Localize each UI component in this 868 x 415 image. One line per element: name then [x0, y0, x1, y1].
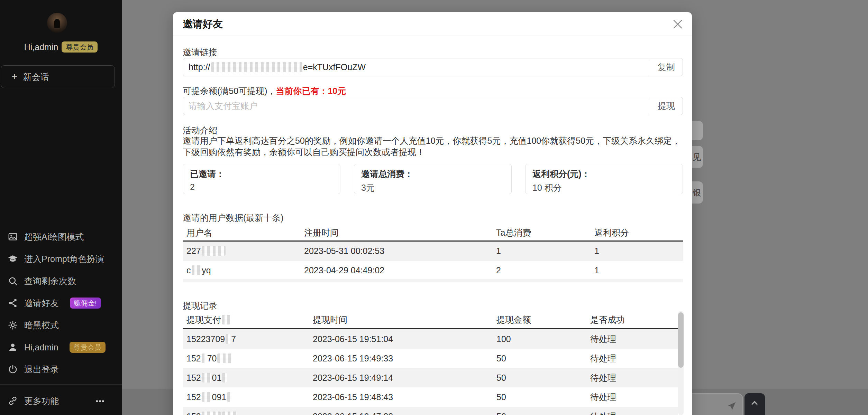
redacted-text: 0000000000000000000: [211, 62, 302, 72]
sidebar-item-power[interactable]: 退出登录: [0, 362, 122, 377]
withdraw-group: 提现: [183, 97, 683, 115]
column-header: 注册时间: [300, 225, 492, 241]
table-row: 1523708882023-06-15 19:49:3350待处理: [183, 349, 678, 368]
table-cell: 待处理: [586, 329, 678, 349]
withdraw-records-table: 提现支付宝提现时间提现金额是否成功15223709172023-06-15 19…: [183, 311, 678, 415]
power-icon: [8, 364, 18, 375]
copy-button[interactable]: 复制: [650, 58, 683, 76]
table-row: 227888832023-05-31 00:02:5311: [183, 241, 683, 261]
user-greeting: Hi,admin尊贵会员: [0, 41, 122, 53]
stat-box: 返利积分(元)：10 积分: [525, 164, 683, 194]
stat-value: 2: [190, 182, 340, 192]
sidebar-item-label: 暗黑模式: [24, 320, 59, 331]
balance-label: 可提余额(满50可提现)，: [183, 86, 276, 96]
withdraw-button[interactable]: 提现: [650, 97, 683, 115]
redacted-text: 1: [226, 334, 230, 344]
table-row: 152880182023-06-15 19:49:1450待处理: [183, 368, 678, 387]
table-cell: 2023-06-15 19:49:33: [309, 349, 493, 368]
new-chat-label: 新会话: [23, 71, 49, 83]
column-header: 提现时间: [309, 311, 493, 329]
activity-title: 活动介绍: [183, 125, 217, 136]
table-cell: 待处理: [586, 368, 678, 387]
column-header: Ta总消费: [492, 225, 591, 241]
stat-value: 10 积分: [532, 182, 683, 194]
sidebar-item-badge: 尊贵会员: [70, 342, 106, 353]
redacted-text: 8: [222, 373, 227, 383]
sidebar-item-label: 查询剩余次数: [24, 275, 76, 287]
records-scrollbar[interactable]: [678, 311, 684, 415]
sidebar: Hi,admin尊贵会员 + 新会话 超强Ai绘图模式进入Prompt角色扮演查…: [0, 0, 122, 415]
redacted-text: 8: [227, 392, 232, 402]
table-cell: 50: [493, 349, 586, 368]
search-icon: [8, 276, 18, 286]
sidebar-item-share[interactable]: 邀请好友赚佣金!: [0, 295, 122, 311]
table-cell: 待处理: [586, 387, 678, 407]
chevron-up-icon: [750, 398, 759, 408]
invite-link-input[interactable]: http://0000000000000000000e=kTUxfFOuZW: [183, 58, 650, 76]
sidebar-item-user[interactable]: Hi,admin尊贵会员: [0, 340, 122, 355]
table-cell: 待处理: [586, 407, 678, 415]
sidebar-item-label: Hi,admin: [24, 342, 58, 352]
redacted-text: 88883: [202, 246, 226, 256]
table-cell: 152370888: [183, 349, 309, 368]
table-cell: 2: [492, 261, 591, 280]
table-cell: 2023-04-29 04:49:02: [300, 261, 492, 280]
records-scrollbar-thumb[interactable]: [678, 312, 684, 368]
redacted-text: 88: [192, 265, 201, 275]
sidebar-item-label: 退出登录: [24, 364, 59, 375]
greeting-text: Hi,admin: [24, 42, 58, 52]
background-button-fragment: 银: [692, 181, 703, 204]
modal-title: 邀请好友: [183, 12, 223, 36]
table-cell: 22788883: [183, 241, 300, 261]
redacted-text: 88: [202, 373, 211, 383]
invite-link-group: http://0000000000000000000e=kTUxfFOuZW 复…: [183, 58, 683, 76]
table-cell: 1: [492, 241, 591, 261]
modal-header: 邀请好友: [173, 12, 692, 36]
sidebar-divider: [0, 384, 122, 385]
sidebar-item-search[interactable]: 查询剩余次数: [0, 273, 122, 289]
table-cell: 50: [493, 368, 586, 387]
column-header: 提现金额: [493, 311, 586, 329]
table-cell: 2023-06-15 19:48:43: [309, 387, 493, 407]
column-header: 用户名: [183, 225, 300, 241]
stat-label: 已邀请：: [190, 168, 340, 180]
redacted-text: 88: [202, 392, 211, 402]
redacted-text: 147: [222, 412, 237, 415]
table-cell: 1522370917: [183, 329, 309, 349]
table-row: 1528809182023-06-15 19:48:4350待处理: [183, 387, 678, 407]
table-cell: c88yq: [183, 261, 300, 280]
share-icon: [8, 298, 18, 308]
activity-description: 邀请用户下单返利高达百分之50的奖励，例如你邀请一个人充值10元，你就获得5元，…: [183, 135, 685, 158]
sidebar-item-graduation-cap[interactable]: 进入Prompt角色扮演: [0, 251, 122, 266]
sidebar-item-gear[interactable]: 暗黑模式: [0, 318, 122, 333]
chat-input-fragment: [688, 393, 743, 415]
table-cell: 1: [591, 241, 683, 261]
table-cell: 2023-05-31 00:02:53: [300, 241, 492, 261]
table-row: c88yq2023-04-29 04:49:0221: [183, 261, 683, 280]
redacted-text: 宝: [222, 315, 230, 324]
sidebar-item-label: 进入Prompt角色扮演: [24, 253, 104, 265]
sidebar-item-more[interactable]: 更多功能: [0, 393, 122, 408]
table-row: 15287881472023-06-15 19:47:2250待处理: [183, 407, 678, 415]
table-cell: 152880918: [183, 387, 309, 407]
user-icon: [8, 342, 18, 352]
alipay-account-input[interactable]: [183, 97, 650, 115]
table-cell: 50: [493, 387, 586, 407]
scroll-top-button[interactable]: [744, 393, 765, 415]
sidebar-item-label: 邀请好友: [24, 298, 59, 309]
vip-badge: 尊贵会员: [62, 41, 98, 53]
plus-icon: +: [11, 72, 18, 82]
stats-row: 已邀请：2邀请总消费：3元返利积分(元)：10 积分: [183, 164, 683, 194]
sidebar-item-image[interactable]: 超强Ai绘图模式: [0, 229, 122, 244]
redacted-text: 888: [217, 353, 232, 363]
table-cell: 15288018: [183, 368, 309, 387]
table-cell: 50: [493, 407, 586, 415]
ellipsis-icon[interactable]: [95, 396, 105, 406]
table-cell: 1528788147: [183, 407, 309, 415]
new-chat-button[interactable]: + 新会话: [1, 65, 115, 88]
stat-label: 返利积分(元)：: [532, 168, 683, 180]
table-cell: 待处理: [586, 349, 678, 368]
close-icon[interactable]: [671, 18, 684, 31]
column-header: 提现支付宝: [183, 311, 309, 329]
table-cell: 2023-06-15 19:47:22: [309, 407, 493, 415]
